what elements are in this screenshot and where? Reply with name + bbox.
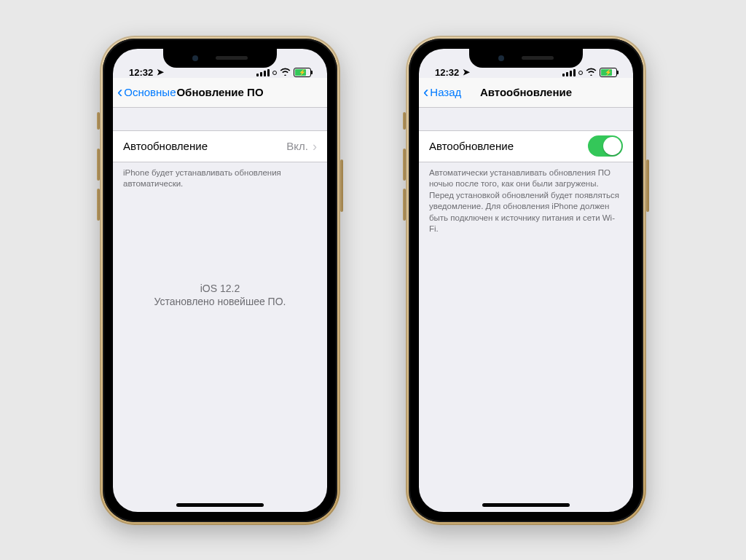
spacer [419,107,633,130]
cellular-icon [256,69,270,76]
phone-frame: 12:32 ➤ ⚡ [406,36,646,525]
screen: 12:32 ➤ ⚡ [419,49,633,512]
content: Автообновление Вкл. › iPhone будет устан… [113,107,327,512]
status-message: iOS 12.2 Установлено новейшее ПО. [113,282,327,309]
status-time: 12:32 [435,67,459,78]
screen: 12:32 ➤ ⚡ [113,49,327,512]
nav-bar: ‹ Основные Обновление ПО [113,78,327,108]
autoupdate-toggle[interactable] [588,135,623,157]
status-left: 12:32 ➤ [435,67,470,78]
chevron-left-icon: ‹ [117,84,122,100]
location-icon: ➤ [157,67,164,77]
autoupdate-row: Автообновление [419,130,633,162]
back-button[interactable]: ‹ Назад [423,78,461,107]
spacer [113,107,327,130]
back-label: Назад [430,86,461,98]
cell-label: Автообновление [429,140,588,152]
wifi-icon [280,68,291,78]
footer-text: Автоматически устанавливать обновления П… [419,162,633,235]
nav-bar: ‹ Назад Автообновление [419,78,633,108]
status-right: ⚡ [562,68,617,78]
power-button [340,159,343,212]
cell-value: Вкл. [286,140,308,152]
home-indicator[interactable] [482,503,570,507]
status-left: 12:32 ➤ [129,67,164,78]
phone-bezel: 12:32 ➤ ⚡ [409,39,643,522]
phone-bezel: 12:32 ➤ ⚡ [103,39,337,522]
back-label: Основные [124,86,176,98]
notch [163,49,277,68]
status-right: ⚡ [256,68,311,78]
content: Автообновление Автоматически устанавлива… [419,107,633,512]
phone-left: 12:32 ➤ ⚡ [100,36,340,525]
wifi-icon [586,68,597,78]
phone-frame: 12:32 ➤ ⚡ [100,36,340,525]
switch-knob [603,137,621,155]
status-time: 12:32 [129,67,153,78]
stage: 12:32 ➤ ⚡ [0,0,746,560]
chevron-left-icon: ‹ [423,84,428,100]
footer-text: iPhone будет устанавливать обновления ав… [113,162,327,190]
autoupdate-row[interactable]: Автообновление Вкл. › [113,130,327,162]
dual-sim-icon [272,71,277,75]
cell-label: Автообновление [123,140,286,152]
power-button [646,159,649,212]
battery-icon: ⚡ [294,68,311,77]
home-indicator[interactable] [176,503,264,507]
cellular-icon [562,69,576,76]
update-status: Установлено новейшее ПО. [113,295,327,309]
phone-right: 12:32 ➤ ⚡ [406,36,646,525]
battery-icon: ⚡ [600,68,617,77]
notch [469,49,583,68]
back-button[interactable]: ‹ Основные [117,78,176,107]
dual-sim-icon [578,71,583,75]
ios-version: iOS 12.2 [113,282,327,296]
location-icon: ➤ [463,67,470,77]
chevron-right-icon: › [313,140,317,153]
